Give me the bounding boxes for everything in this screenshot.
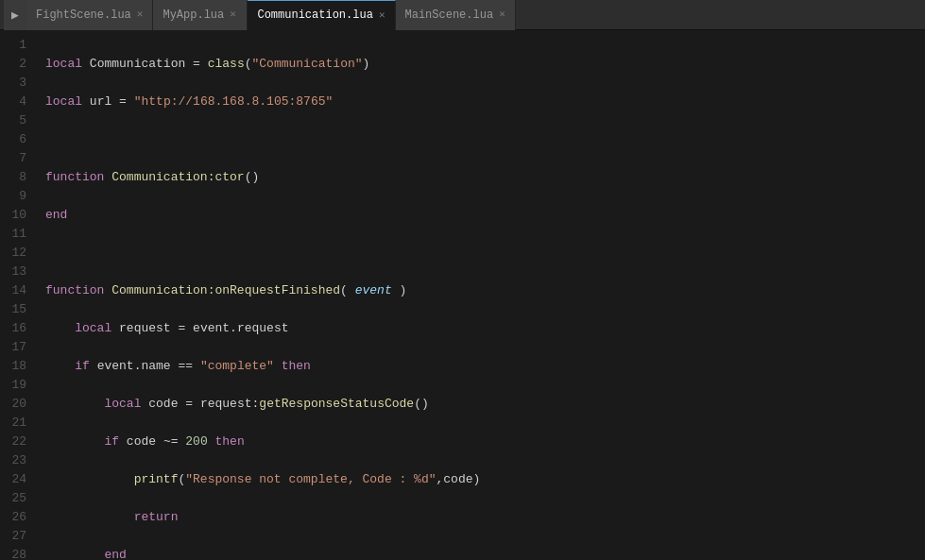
tab-myapp[interactable]: MyApp.lua ✕ <box>153 0 248 30</box>
tab-label: MyApp.lua <box>163 8 224 22</box>
line-numbers: 12345 678910 1112131415 1617181920 21222… <box>0 30 34 560</box>
code-line-3 <box>45 130 925 149</box>
code-line-12: printf("Response not complete, Code : %d… <box>45 470 925 489</box>
code-line-7: function Communication:onRequestFinished… <box>45 281 925 300</box>
tab-label: MainScene.lua <box>405 8 494 22</box>
code-line-11: if code ~= 200 then <box>45 433 925 451</box>
code-line-10: local code = request:getResponseStatusCo… <box>45 395 925 414</box>
code-line-4: function Communication:ctor() <box>45 168 925 187</box>
tab-label: Communication.lua <box>257 8 372 22</box>
close-tab-mainscene[interactable]: ✕ <box>499 9 505 20</box>
code-content[interactable]: local Communication = class("Communicati… <box>34 30 925 560</box>
code-line-2: local url = "http://168.168.8.105:8765" <box>45 93 925 111</box>
close-tab-communication[interactable]: ✕ <box>379 10 385 21</box>
tab-bar: ▶ FightScene.lua ✕ MyApp.lua ✕ Communica… <box>0 0 925 30</box>
tab-label: FightScene.lua <box>36 8 131 22</box>
tab-communication[interactable]: Communication.lua ✕ <box>248 0 395 30</box>
code-line-8: local request = event.request <box>45 319 925 338</box>
code-area: 12345 678910 1112131415 1617181920 21222… <box>0 30 925 560</box>
play-button[interactable]: ▶ <box>4 0 26 30</box>
tab-fightscene[interactable]: FightScene.lua ✕ <box>26 0 153 30</box>
code-line-6 <box>45 244 925 263</box>
code-line-9: if event.name == "complete" then <box>45 357 925 376</box>
code-line-13: return <box>45 508 925 527</box>
close-tab-fightscene[interactable]: ✕ <box>137 9 144 20</box>
code-line-5: end <box>45 206 925 225</box>
code-line-14: end <box>45 546 925 560</box>
close-tab-myapp[interactable]: ✕ <box>230 9 236 20</box>
tab-mainscene[interactable]: MainScene.lua ✕ <box>396 0 516 30</box>
code-line-1: local Communication = class("Communicati… <box>45 55 925 74</box>
